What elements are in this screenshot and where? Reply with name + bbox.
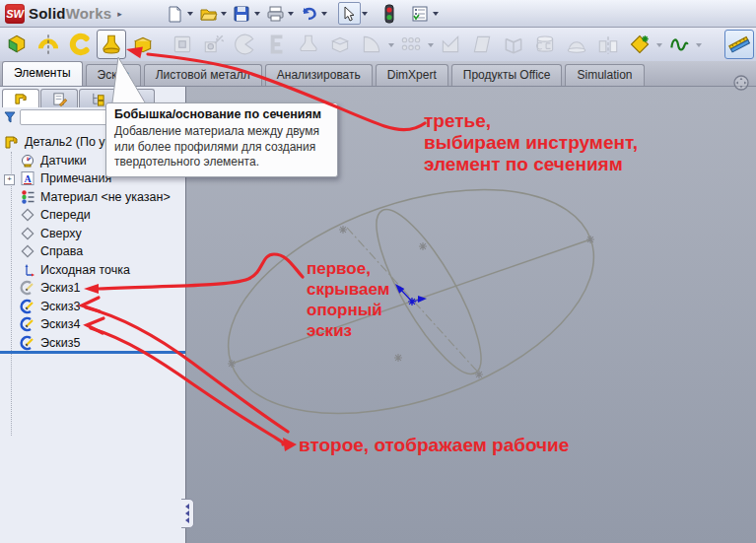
tree-item-label: Эскиз5 xyxy=(40,336,80,350)
design-checker-dropdown-arrow[interactable] xyxy=(433,12,439,19)
tree-item-material[interactable]: Материал <не указан> xyxy=(0,188,183,207)
tab-simulation[interactable]: Simulation xyxy=(565,64,644,86)
tab-sheet-metal[interactable]: Листовой металл xyxy=(144,64,262,86)
tab-elements[interactable]: Элементы xyxy=(2,61,83,86)
tree-item-top-plane[interactable]: Сверху xyxy=(0,225,183,243)
tree-item-right-plane[interactable]: Справа xyxy=(0,242,183,261)
undo-dropdown-arrow[interactable] xyxy=(321,12,327,19)
boundary-cut-icon xyxy=(328,33,352,56)
revolved-boss-button[interactable] xyxy=(34,30,63,59)
curves-button[interactable] xyxy=(664,30,694,59)
fillet-dropdown-arrow[interactable] xyxy=(388,43,394,50)
select-dropdown-arrow[interactable] xyxy=(362,12,368,19)
tab-sketch[interactable]: Эскиз xyxy=(86,64,141,86)
rebuild-button[interactable] xyxy=(378,2,401,25)
hole-wizard-button[interactable] xyxy=(199,30,229,59)
panel-collapse-handle[interactable] xyxy=(181,499,194,528)
reference-geometry-button[interactable] xyxy=(625,30,654,59)
tooltip-body-line: или более профилями для создания xyxy=(114,140,329,156)
sketch-icon xyxy=(20,299,35,314)
tooltip-body-line: твердотельного элемента. xyxy=(114,155,329,170)
svg-text:A: A xyxy=(24,173,32,184)
revolved-cut-button[interactable] xyxy=(231,30,260,59)
mirror-button[interactable] xyxy=(593,30,623,59)
print-dropdown-arrow[interactable] xyxy=(288,12,294,19)
tree-item-sketch3[interactable]: Эскиз3 xyxy=(0,298,183,316)
shell-icon xyxy=(502,33,525,56)
reference-geometry-dropdown-arrow[interactable] xyxy=(656,43,662,50)
filter-funnel-icon[interactable] xyxy=(3,110,17,124)
panel-splitter[interactable] xyxy=(0,351,185,354)
lofted-boss-button[interactable] xyxy=(97,30,126,59)
extruded-cut-button[interactable] xyxy=(168,30,197,59)
draft-button[interactable] xyxy=(467,30,497,59)
boundary-boss-button[interactable] xyxy=(128,30,158,59)
open-button[interactable] xyxy=(197,2,220,25)
checklist-icon xyxy=(411,5,430,23)
tree-item-label: Спереди xyxy=(40,208,91,222)
swept-cut-icon xyxy=(265,33,289,56)
print-button[interactable] xyxy=(264,2,287,25)
sketch-icon xyxy=(20,316,35,332)
expand-plus-icon[interactable]: + xyxy=(4,174,15,185)
undo-icon xyxy=(300,5,318,23)
tab-featuremanager[interactable] xyxy=(2,89,39,107)
instant3d-button[interactable] xyxy=(724,30,754,59)
view-compass-icon[interactable] xyxy=(732,74,750,92)
annotation-step2: второе, отображаем рабочие xyxy=(299,435,569,456)
annotations-icon: A xyxy=(20,170,35,186)
sketch-hidden-icon xyxy=(20,280,35,296)
new-dropdown-arrow[interactable] xyxy=(187,12,193,19)
new-document-button[interactable] xyxy=(164,2,186,25)
featuremanager-icon xyxy=(14,92,29,106)
annotation-line: скрываем xyxy=(307,279,389,300)
tree-item-front-plane[interactable]: Спереди xyxy=(0,206,183,225)
menu-expand-arrow[interactable]: ▸ xyxy=(117,9,122,19)
mirror-icon xyxy=(596,33,620,56)
save-dropdown-arrow[interactable] xyxy=(254,12,260,19)
reference-geometry-icon xyxy=(628,33,652,56)
app-title: SolidWorks xyxy=(29,5,111,22)
curves-dropdown-arrow[interactable] xyxy=(696,43,702,50)
lofted-cut-icon xyxy=(297,33,320,56)
undo-button[interactable] xyxy=(298,2,320,25)
rib-button[interactable] xyxy=(436,30,465,59)
boundary-cut-button[interactable] xyxy=(325,30,355,59)
annotation-line: выбираем инструмент, xyxy=(424,132,638,154)
tree-item-label: Датчики xyxy=(40,154,87,168)
linear-pattern-button[interactable] xyxy=(396,30,426,59)
shell-button[interactable] xyxy=(499,30,528,59)
wrap-button[interactable] xyxy=(530,30,560,59)
swept-boss-button[interactable] xyxy=(65,30,95,59)
features-toolbar xyxy=(0,28,756,61)
open-dropdown-arrow[interactable] xyxy=(221,12,227,19)
swept-cut-button[interactable] xyxy=(262,30,292,59)
tab-propertymanager[interactable] xyxy=(40,89,78,107)
save-button[interactable] xyxy=(231,2,253,25)
tab-dimxpert[interactable]: DimXpert xyxy=(376,64,448,86)
select-cursor-icon xyxy=(342,6,356,22)
tree-item-sketch4[interactable]: Эскиз4 xyxy=(0,315,183,334)
lofted-boss-icon xyxy=(100,33,123,56)
boundary-boss-icon xyxy=(131,33,155,56)
annotation-line: третье, xyxy=(424,110,638,132)
configurationmanager-icon xyxy=(91,92,105,106)
lofted-cut-button[interactable] xyxy=(294,30,323,59)
dome-button[interactable] xyxy=(562,30,591,59)
tree-item-sketch5[interactable]: Эскиз5 xyxy=(0,334,183,353)
tree-item-origin[interactable]: Исходная точка xyxy=(0,261,183,280)
extruded-boss-button[interactable] xyxy=(2,30,32,59)
tab-evaluate[interactable]: Анализировать xyxy=(265,64,373,86)
select-button[interactable] xyxy=(338,2,361,25)
tree-item-label: Сверху xyxy=(40,227,82,240)
dome-icon xyxy=(565,33,588,56)
design-checker-button[interactable] xyxy=(409,2,432,25)
annotation-step1: первое, скрываем опорный эскиз xyxy=(307,258,389,341)
fillet-button[interactable] xyxy=(357,30,386,59)
draft-icon xyxy=(470,33,494,56)
tree-item-label: Эскиз3 xyxy=(40,300,80,313)
tree-item-sketch1[interactable]: Эскиз1 xyxy=(0,279,183,298)
tab-office-products[interactable]: Продукты Office xyxy=(451,64,563,86)
swept-boss-icon xyxy=(68,33,92,56)
pattern-dropdown-arrow[interactable] xyxy=(428,43,434,50)
